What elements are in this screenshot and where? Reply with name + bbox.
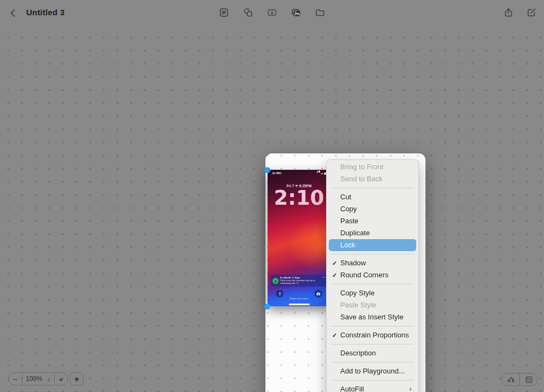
text-box-button[interactable]: A — [266, 7, 278, 19]
media-icon — [291, 7, 301, 18]
menu-item-duplicate[interactable]: Duplicate — [329, 227, 416, 239]
cellular-signal-icon — [317, 170, 320, 175]
lockscreen-notification: ◉ It's World 🍫 Day! Click to see the cho… — [271, 275, 327, 287]
back-button[interactable] — [7, 7, 20, 20]
share-icon — [503, 7, 514, 18]
shapes-icon — [243, 7, 253, 18]
notification-time: now — [322, 276, 326, 278]
canvas-image-iphone-lockscreen[interactable]: Jio WiFi Fri 7 ☂ 6:25PM 2:10 ◉ It's Worl… — [268, 170, 330, 306]
shapes-button[interactable] — [242, 7, 254, 19]
menu-item-cut[interactable]: Cut — [329, 191, 416, 203]
checkmark-icon: ✓ — [332, 257, 337, 269]
menu-separator — [331, 284, 414, 284]
textbox-icon: A — [267, 7, 277, 18]
compose-icon — [526, 7, 537, 18]
lockscreen-clock: 2:10 — [268, 186, 330, 210]
context-menu: Bring to Front Send to Back Cut Copy Pas… — [326, 159, 419, 392]
menu-item-save-as-insert-style[interactable]: Save as Insert Style — [329, 311, 416, 323]
share-button[interactable] — [502, 7, 515, 19]
submenu-chevron-icon: › — [409, 383, 412, 392]
menu-separator — [331, 188, 414, 188]
grid-view-button[interactable] — [519, 373, 537, 385]
menu-item-autofill[interactable]: AutoFill› — [329, 383, 416, 392]
scene-navigator-button[interactable] — [502, 373, 519, 385]
menu-item-copy-style[interactable]: Copy Style — [329, 287, 416, 299]
swipe-up-label: Swipe up to open — [268, 297, 330, 300]
camera-button — [315, 290, 322, 298]
zoom-level-dropdown[interactable]: 100% ⌄ — [22, 373, 55, 385]
flashlight-icon — [278, 292, 282, 296]
document-title: Untitled 3 — [26, 8, 64, 17]
menu-item-add-to-playground[interactable]: Add to Playground... — [329, 365, 416, 377]
checkmark-icon: ✓ — [332, 329, 337, 341]
menu-item-paste[interactable]: Paste — [329, 215, 416, 227]
chevron-left-icon — [8, 8, 18, 18]
menu-separator — [331, 344, 414, 345]
menu-item-shadow[interactable]: ✓Shadow — [329, 257, 416, 269]
zoom-control: − 100% ⌄ + — [8, 372, 68, 385]
bottom-right-controls — [501, 373, 538, 386]
flashlight-button — [276, 290, 283, 298]
zoom-in-button[interactable]: + — [55, 373, 68, 385]
menu-item-copy[interactable]: Copy — [329, 203, 416, 215]
carrier-label: Jio WiFi — [272, 172, 281, 175]
minus-icon: − — [13, 375, 18, 384]
star-icon: ★ — [74, 375, 80, 383]
menu-separator — [331, 380, 414, 381]
camera-icon — [316, 292, 321, 296]
diagram-icon — [506, 375, 516, 384]
phone-status-bar: Jio WiFi — [268, 170, 330, 175]
chevron-down-icon: ⌄ — [46, 376, 51, 382]
toolbar-right-group — [502, 7, 537, 19]
sticky-note-button[interactable] — [218, 7, 230, 19]
menu-item-send-to-back: Send to Back — [329, 173, 416, 185]
notification-app-icon: ◉ — [273, 278, 279, 284]
plus-icon: + — [59, 375, 64, 384]
zoom-level-value: 100% — [26, 375, 43, 383]
new-board-button[interactable] — [525, 7, 537, 19]
menu-item-bring-to-front: Bring to Front — [329, 161, 416, 173]
grid-icon — [524, 375, 534, 384]
wifi-icon — [321, 173, 323, 175]
menu-item-description[interactable]: Description — [329, 347, 416, 359]
note-icon — [218, 7, 229, 18]
selection-handle-top-left[interactable] — [264, 167, 270, 173]
svg-text:A: A — [270, 10, 274, 15]
board-canvas[interactable]: Jio WiFi Fri 7 ☂ 6:25PM 2:10 ◉ It's Worl… — [0, 26, 544, 392]
menu-separator — [331, 254, 414, 254]
notification-body: Click to see the chocolate that we're ce… — [280, 280, 324, 285]
menu-item-constrain-proportions[interactable]: ✓Constrain Proportions — [329, 329, 416, 341]
toolbar: Untitled 3 A — [0, 0, 544, 26]
menu-separator — [331, 362, 414, 363]
home-indicator — [289, 304, 310, 305]
media-button[interactable] — [290, 7, 302, 19]
selection-handle-bottom-left[interactable] — [264, 304, 270, 310]
insert-file-button[interactable] — [314, 7, 326, 19]
checkmark-icon: ✓ — [332, 269, 337, 281]
zoom-out-button[interactable]: − — [9, 373, 22, 385]
menu-item-round-corners[interactable]: ✓Round Corners — [329, 269, 416, 281]
folder-icon — [315, 7, 326, 18]
favorites-button[interactable]: ★ — [70, 372, 84, 385]
menu-item-paste-style: Paste Style — [329, 299, 416, 311]
menu-item-lock[interactable]: Lock — [329, 239, 416, 251]
insert-tool-group: A — [218, 7, 326, 19]
menu-separator — [331, 326, 414, 326]
